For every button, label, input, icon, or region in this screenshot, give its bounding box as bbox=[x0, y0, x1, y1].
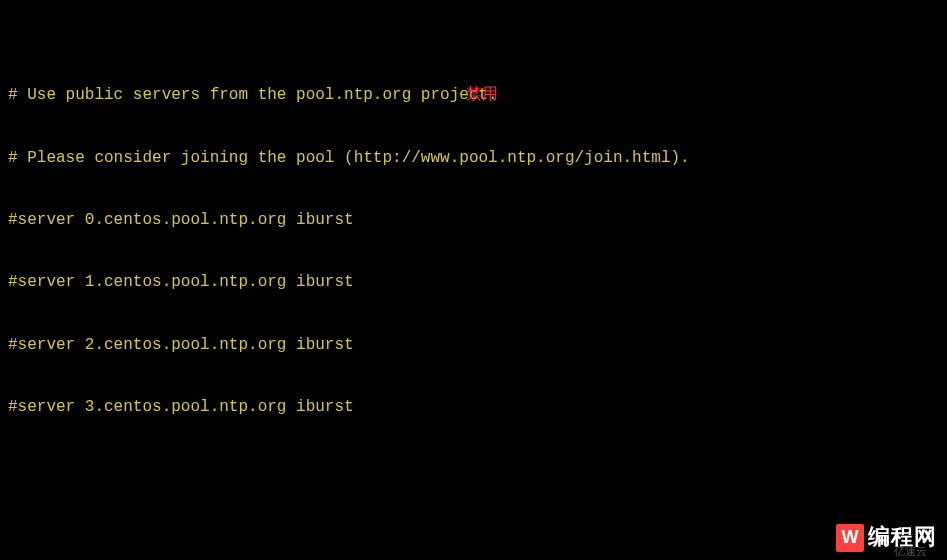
config-line: # Please consider joining the pool (http… bbox=[8, 148, 939, 169]
config-line: #server 2.centos.pool.ntp.org iburst bbox=[8, 335, 939, 356]
config-line: #server 3.centos.pool.ntp.org iburst bbox=[8, 397, 939, 418]
config-line: #server 1.centos.pool.ntp.org iburst bbox=[8, 272, 939, 293]
top-config-block: # Use public servers from the pool.ntp.o… bbox=[8, 44, 939, 460]
disable-annotation: 禁用 bbox=[466, 84, 498, 105]
watermark-text: 亿速云 bbox=[894, 544, 927, 558]
logo-icon: W bbox=[836, 524, 864, 552]
config-line: #server 0.centos.pool.ntp.org iburst bbox=[8, 210, 939, 231]
terminal-output: # Use public servers from the pool.ntp.o… bbox=[8, 2, 939, 560]
